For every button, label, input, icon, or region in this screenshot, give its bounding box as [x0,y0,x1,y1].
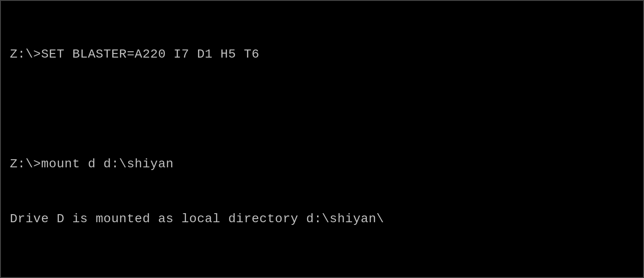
terminal-line-1: Z:\>SET BLASTER=A220 I7 D1 H5 T6 [10,45,634,64]
terminal-screen[interactable]: Z:\>SET BLASTER=A220 I7 D1 H5 T6 Z:\>mou… [0,0,644,278]
terminal-line-2 [10,100,634,119]
terminal-line-5 [10,265,634,278]
terminal-line-4: Drive D is mounted as local directory d:… [10,210,634,229]
terminal-line-3: Z:\>mount d d:\shiyan [10,155,634,174]
